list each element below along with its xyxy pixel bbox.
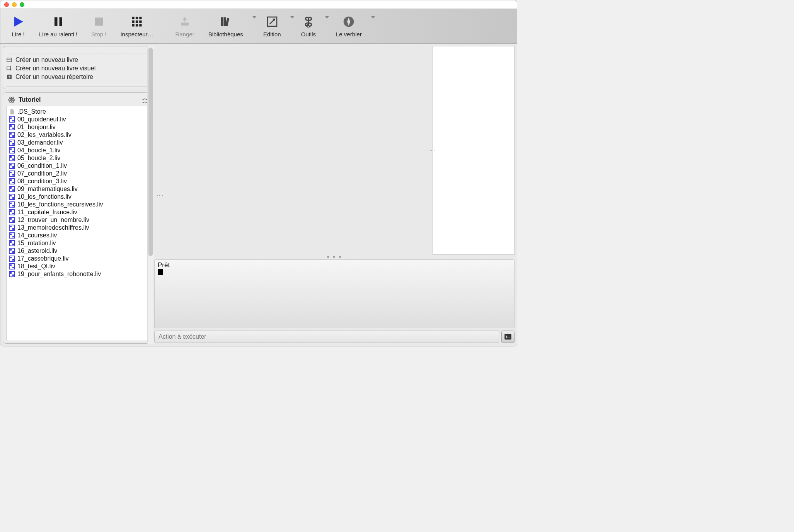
run-label: Lire !	[12, 31, 24, 38]
grid-icon	[130, 15, 144, 29]
svg-rect-28	[504, 334, 511, 339]
compass-icon	[342, 15, 356, 29]
svg-rect-20	[7, 58, 12, 61]
liv-file-icon	[9, 232, 15, 239]
file-item[interactable]: 10_les_fonctions_recursives.liv	[9, 201, 147, 208]
svg-rect-3	[95, 18, 103, 26]
file-item[interactable]: 07_condition_2.liv	[9, 170, 147, 177]
create-new-directory-label: Créer un nouveau répertoire	[15, 73, 93, 80]
file-item[interactable]: 12_trouver_un_nombre.liv	[9, 216, 147, 224]
svg-rect-8	[136, 20, 138, 23]
file-item[interactable]: 05_boucle_2.liv	[9, 154, 147, 162]
verbier-menu[interactable]: Le verbier	[329, 15, 369, 38]
file-item[interactable]: 09_mathematiques.liv	[9, 185, 147, 193]
file-item[interactable]: 08_condition_3.liv	[9, 177, 147, 185]
horizontal-splitter[interactable]: • • •	[154, 255, 515, 259]
side-canvas: ⋮	[433, 46, 515, 255]
stop-button[interactable]: Stop !	[84, 9, 113, 43]
file-item[interactable]: 19_pour_enfants_robonotte.liv	[9, 270, 147, 278]
file-item[interactable]: 04_boucle_1.liv	[9, 147, 147, 154]
liv-file-icon	[9, 124, 15, 130]
svg-rect-11	[136, 24, 138, 26]
right-pane: ⋮ ⋮ • • • Prêt	[154, 46, 515, 344]
file-name: 17_cassebrique.liv	[17, 255, 69, 262]
svg-rect-5	[136, 17, 138, 19]
liv-file-icon	[9, 116, 15, 123]
create-new-book[interactable]: Créer un nouveau livre	[6, 56, 149, 64]
file-item[interactable]: 00_quoideneuf.liv	[9, 116, 147, 123]
run-slow-button[interactable]: Lire au ralenti !	[32, 9, 84, 43]
file-item[interactable]: 15_rotation.liv	[9, 239, 147, 247]
generic-file-icon	[9, 109, 15, 115]
liv-file-icon	[9, 194, 15, 200]
file-name: 01_bonjour.liv	[17, 124, 56, 131]
svg-rect-10	[132, 24, 134, 26]
vertical-splitter-right[interactable]: ⋮	[428, 147, 436, 153]
liv-file-icon	[9, 171, 15, 177]
file-item[interactable]: .DS_Store	[9, 108, 147, 116]
tutoriel-header[interactable]: Tutoriel ︿︿	[6, 95, 149, 106]
file-item[interactable]: 06_condition_1.liv	[9, 162, 147, 170]
file-item[interactable]: 03_demander.liv	[9, 139, 147, 147]
liv-file-icon	[9, 155, 15, 161]
chevron-down-icon	[325, 16, 329, 19]
books-icon	[219, 15, 233, 29]
chevron-down-icon	[290, 16, 294, 19]
file-item[interactable]: 18_test_QI.liv	[9, 263, 147, 270]
liv-file-icon	[9, 140, 15, 146]
create-new-book-label: Créer un nouveau livre	[15, 56, 78, 63]
editor-area: ⋮	[154, 46, 515, 255]
play-icon	[11, 15, 25, 29]
svg-rect-13	[181, 23, 189, 26]
liv-file-icon	[9, 248, 15, 254]
file-item[interactable]: 01_bonjour.liv	[9, 123, 147, 131]
window-minimize-button[interactable]	[12, 2, 17, 7]
cleanup-button[interactable]: Ranger	[168, 15, 201, 38]
window-zoom-button[interactable]	[20, 2, 24, 7]
svg-rect-6	[139, 17, 141, 19]
tools-label: Outils	[301, 31, 316, 38]
liv-file-icon	[9, 271, 15, 277]
file-name: 00_quoideneuf.liv	[17, 116, 66, 123]
create-new-visual-book[interactable]: Créer un nouveau livre visuel	[6, 64, 149, 73]
file-item[interactable]: 10_les_fonctions.liv	[9, 193, 147, 201]
file-name: 07_condition_2.liv	[17, 170, 67, 177]
edition-menu[interactable]: Edition	[256, 15, 288, 38]
editor-blank	[154, 46, 431, 255]
sidebar: Créer un nouveau livre Créer un nouveau …	[3, 46, 153, 344]
run-slow-label: Lire au ralenti !	[39, 31, 77, 38]
file-list-container: .DS_Store00_quoideneuf.liv01_bonjour.liv…	[6, 106, 149, 341]
file-item[interactable]: 16_asteroid.liv	[9, 247, 147, 255]
liv-file-icon	[9, 263, 15, 269]
drag-handle[interactable]	[7, 52, 148, 53]
file-item[interactable]: 13_memoiredeschiffres.liv	[9, 224, 147, 232]
collapse-icon[interactable]: ︿︿	[142, 97, 148, 103]
command-run-button[interactable]	[501, 331, 515, 343]
tools-menu[interactable]: Outils	[294, 15, 323, 38]
window-close-button[interactable]	[4, 2, 9, 7]
file-name: 08_condition_3.liv	[17, 178, 67, 185]
liv-file-icon	[9, 217, 15, 223]
file-item[interactable]: 17_cassebrique.liv	[9, 255, 147, 263]
svg-rect-15	[223, 17, 226, 26]
edition-label: Edition	[263, 31, 281, 38]
create-new-directory[interactable]: Créer un nouveau répertoire	[6, 73, 149, 81]
console-cursor	[158, 269, 163, 275]
edit-icon	[265, 15, 279, 29]
chevron-down-icon	[252, 16, 256, 19]
command-input[interactable]	[154, 331, 499, 343]
liv-file-icon	[9, 178, 15, 184]
liv-file-icon	[9, 163, 15, 169]
file-item[interactable]: 02_les_variables.liv	[9, 131, 147, 139]
liv-file-icon	[9, 225, 15, 231]
run-button[interactable]: Lire !	[4, 9, 32, 43]
libraries-menu[interactable]: Bibliothèques	[201, 15, 250, 38]
inspector-button[interactable]: Inspecteur…	[113, 9, 160, 43]
sidebar-scrollbar[interactable]	[147, 46, 153, 344]
stop-icon	[92, 15, 106, 29]
file-item[interactable]: 14_courses.liv	[9, 232, 147, 239]
console: Prêt	[154, 259, 515, 328]
create-new-visual-book-label: Créer un nouveau livre visuel	[15, 65, 95, 72]
file-item[interactable]: 11_capitale_france.liv	[9, 208, 147, 216]
download-box-icon	[178, 15, 192, 29]
